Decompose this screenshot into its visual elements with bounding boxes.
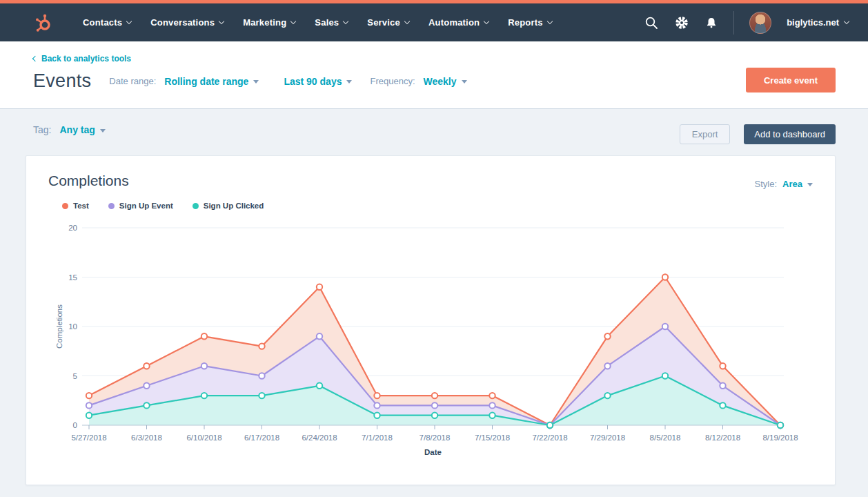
data-point-Sign-Up-Clicked[interactable] xyxy=(374,413,379,418)
frequency-dropdown[interactable]: Weekly xyxy=(424,76,467,87)
nav-item-contacts[interactable]: Contacts xyxy=(73,17,141,28)
data-point-Test[interactable] xyxy=(432,393,437,398)
frequency-value: Weekly xyxy=(424,76,457,87)
date-period-dropdown[interactable]: Last 90 days xyxy=(284,76,352,87)
caret-down-icon xyxy=(346,80,352,84)
data-point-Test[interactable] xyxy=(720,363,725,369)
settings-gear-icon[interactable] xyxy=(674,15,689,30)
tag-value: Any tag xyxy=(59,124,95,135)
data-point-Sign-Up-Clicked[interactable] xyxy=(720,402,725,408)
nav-item-label: Contacts xyxy=(83,17,122,28)
data-point-Sign-Up-Clicked[interactable] xyxy=(317,383,322,389)
data-point-Sign-Up-Clicked[interactable] xyxy=(489,413,495,418)
data-point-Sign-Up-Event[interactable] xyxy=(86,402,92,408)
data-point-Sign-Up-Clicked[interactable] xyxy=(604,393,610,398)
back-to-analytics-link[interactable]: Back to analytics tools xyxy=(33,54,131,64)
nav-item-automation[interactable]: Automation xyxy=(419,17,498,28)
nav-item-conversations[interactable]: Conversations xyxy=(141,17,233,28)
data-point-Test[interactable] xyxy=(374,393,379,398)
x-tick-label: 7/29/2018 xyxy=(590,433,625,442)
data-point-Sign-Up-Event[interactable] xyxy=(144,383,149,389)
nav-item-service[interactable]: Service xyxy=(357,17,419,28)
legend-label: Test xyxy=(73,202,89,210)
nav-item-label: Reports xyxy=(508,17,543,28)
data-point-Sign-Up-Clicked[interactable] xyxy=(201,393,207,398)
data-point-Test[interactable] xyxy=(201,333,207,339)
nav-item-label: Service xyxy=(367,17,400,28)
y-tick-label: 10 xyxy=(68,322,77,331)
style-value: Area xyxy=(782,179,802,189)
back-link-label: Back to analytics tools xyxy=(41,54,131,64)
chevron-down-icon xyxy=(546,19,552,24)
data-point-Sign-Up-Event[interactable] xyxy=(259,373,264,378)
legend-item-sign-up-clicked[interactable]: Sign Up Clicked xyxy=(193,202,264,210)
completions-area-chart: 201510505/27/20186/3/20186/10/20186/17/2… xyxy=(26,215,835,458)
nav-item-label: Sales xyxy=(315,17,339,28)
x-tick-label: 7/22/2018 xyxy=(532,433,567,442)
add-to-dashboard-button[interactable]: Add to dashboard xyxy=(744,124,836,144)
data-point-Sign-Up-Clicked[interactable] xyxy=(432,413,437,418)
hubspot-sprocket-logo[interactable] xyxy=(30,10,55,35)
account-menu[interactable]: biglytics.net xyxy=(787,17,849,28)
legend-item-test[interactable]: Test xyxy=(62,202,89,210)
export-button[interactable]: Export xyxy=(680,124,731,144)
x-tick-label: 6/24/2018 xyxy=(302,433,337,442)
data-point-Test[interactable] xyxy=(259,343,264,349)
x-tick-label: 5/27/2018 xyxy=(71,433,106,442)
legend-label: Sign Up Event xyxy=(119,202,173,210)
nav-item-sales[interactable]: Sales xyxy=(305,17,357,28)
chevron-down-icon xyxy=(290,19,296,24)
date-range-label: Date range: xyxy=(109,76,156,86)
page-header: Back to analytics tools Events Date rang… xyxy=(0,41,868,109)
create-event-button[interactable]: Create event xyxy=(746,68,836,92)
x-tick-label: 6/3/2018 xyxy=(131,433,162,442)
date-range-dropdown[interactable]: Rolling date range xyxy=(164,76,259,87)
data-point-Test[interactable] xyxy=(662,274,668,280)
data-point-Sign-Up-Clicked[interactable] xyxy=(778,422,783,428)
legend-item-sign-up-event[interactable]: Sign Up Event xyxy=(108,202,173,210)
chevron-down-icon xyxy=(219,19,224,24)
nav-item-reports[interactable]: Reports xyxy=(498,17,562,28)
date-period-value: Last 90 days xyxy=(284,76,342,87)
user-avatar[interactable] xyxy=(749,12,771,34)
data-point-Sign-Up-Event[interactable] xyxy=(317,333,322,339)
data-point-Sign-Up-Event[interactable] xyxy=(720,383,725,389)
nav-item-label: Automation xyxy=(428,17,480,28)
data-point-Test[interactable] xyxy=(86,393,92,398)
data-point-Sign-Up-Clicked[interactable] xyxy=(259,393,264,398)
caret-down-icon xyxy=(462,80,467,84)
x-tick-label: 7/8/2018 xyxy=(420,433,451,442)
search-icon[interactable] xyxy=(644,15,659,30)
data-point-Test[interactable] xyxy=(144,363,149,369)
y-tick-label: 0 xyxy=(73,421,77,429)
data-point-Sign-Up-Clicked[interactable] xyxy=(86,413,92,418)
y-tick-label: 5 xyxy=(73,372,77,380)
style-dropdown[interactable]: Area xyxy=(782,179,813,189)
data-point-Test[interactable] xyxy=(604,333,610,339)
nav-item-label: Conversations xyxy=(150,17,215,28)
y-axis-title: Completions xyxy=(55,304,63,349)
data-point-Sign-Up-Clicked[interactable] xyxy=(662,373,668,378)
data-point-Sign-Up-Event[interactable] xyxy=(489,402,495,408)
nav-item-marketing[interactable]: Marketing xyxy=(233,17,305,28)
x-tick-label: 6/17/2018 xyxy=(244,433,279,442)
tag-dropdown[interactable]: Any tag xyxy=(59,124,105,135)
data-point-Test[interactable] xyxy=(489,393,495,398)
data-point-Sign-Up-Event[interactable] xyxy=(662,324,668,329)
x-tick-label: 7/1/2018 xyxy=(362,433,393,442)
data-point-Sign-Up-Clicked[interactable] xyxy=(547,422,553,428)
x-tick-label: 8/12/2018 xyxy=(705,433,740,442)
data-point-Sign-Up-Event[interactable] xyxy=(374,402,379,408)
data-point-Sign-Up-Clicked[interactable] xyxy=(144,402,149,408)
y-tick-label: 15 xyxy=(68,273,77,282)
data-point-Sign-Up-Event[interactable] xyxy=(432,402,437,408)
data-point-Test[interactable] xyxy=(317,284,322,290)
chevron-down-icon xyxy=(126,19,132,24)
data-point-Sign-Up-Event[interactable] xyxy=(604,363,610,369)
x-axis-title: Date xyxy=(424,448,442,456)
data-point-Sign-Up-Event[interactable] xyxy=(201,363,207,369)
filter-toolbar: Tag: Any tag Export Add to dashboard xyxy=(0,109,868,155)
x-tick-label: 8/5/2018 xyxy=(650,433,681,442)
notifications-bell-icon[interactable] xyxy=(704,15,718,30)
chevron-down-icon xyxy=(484,19,489,24)
